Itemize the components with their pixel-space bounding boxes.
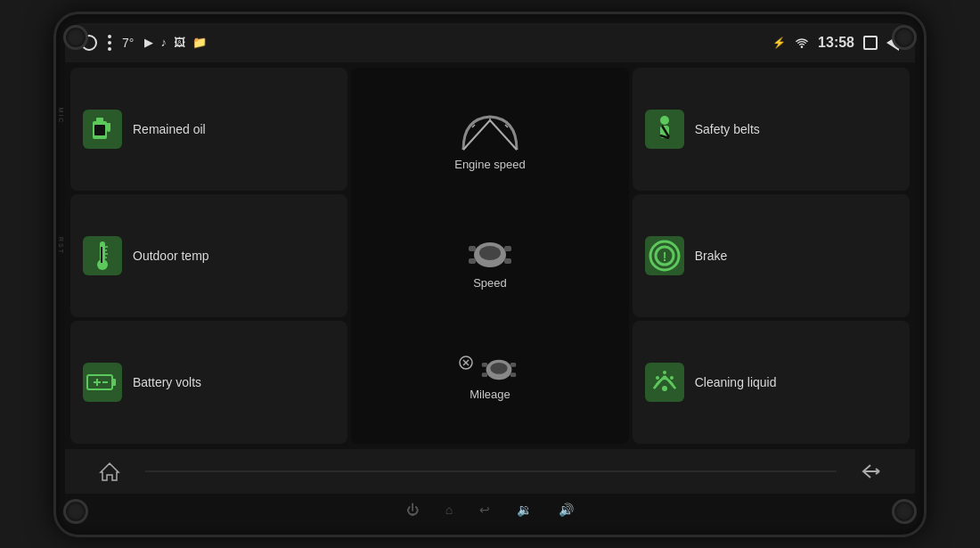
svg-rect-15 [469, 246, 476, 251]
speed-label: Speed [473, 276, 507, 290]
fuel-icon [90, 114, 115, 144]
tile-cleaning-liquid[interactable]: Cleaning liquid [633, 321, 910, 444]
tile-label-cleaning-liquid: Cleaning liquid [695, 375, 777, 389]
side-label-mic: MIC [58, 108, 64, 128]
tile-icon-remained-oil [83, 110, 122, 149]
washer-icon [649, 369, 681, 396]
brake-icon: ! [649, 240, 681, 272]
photo-icon: 🖼 [174, 36, 185, 49]
svg-line-6 [463, 120, 490, 150]
svg-point-23 [490, 363, 507, 374]
youtube-icon: ▶ [144, 36, 153, 49]
back-arrow-icon [862, 463, 881, 479]
side-label-rst: RST [58, 237, 64, 258]
tile-safety-belts[interactable]: Safety belts [633, 68, 910, 191]
svg-point-14 [479, 246, 501, 260]
tile-brake[interactable]: ! Brake [633, 194, 910, 317]
mount-hole-br [892, 499, 917, 524]
center-panel: Engine speed Speed [351, 68, 628, 444]
home-button[interactable] [92, 454, 127, 488]
svg-point-5 [107, 128, 110, 132]
mileage-section[interactable]: Mileage [459, 356, 521, 401]
svg-rect-34 [101, 247, 102, 263]
svg-rect-18 [504, 258, 511, 264]
mileage-warning-icon [459, 356, 473, 370]
tile-label-remained-oil: Remained oil [133, 122, 206, 136]
dots-icon [108, 35, 111, 51]
bottom-nav-bar [65, 449, 915, 494]
tile-icon-cleaning-liquid [645, 363, 684, 402]
status-bar-right: ⚡ 13:58 [772, 35, 899, 51]
home-icon [99, 462, 120, 481]
svg-point-51 [670, 376, 674, 380]
battery-icon [86, 372, 118, 393]
bottom-system-bar: ⏻ ⌂ ↩ 🔉 🔊 [65, 494, 915, 526]
temperature-display: 7° [122, 36, 134, 50]
svg-point-28 [660, 116, 669, 125]
screen: 7° ▶ ♪ 🖼 📁 ⚡ 13:58 [65, 23, 915, 526]
svg-rect-27 [510, 373, 516, 378]
tile-label-outdoor-temp: Outdoor temp [133, 249, 209, 263]
tile-battery-volts[interactable]: Battery volts [70, 321, 347, 444]
svg-marker-53 [101, 463, 118, 480]
mount-hole-tl [63, 25, 88, 50]
svg-line-11 [505, 125, 508, 127]
mileage-label: Mileage [470, 388, 510, 401]
bluetooth-icon: ⚡ [772, 37, 786, 49]
svg-point-52 [662, 386, 667, 391]
svg-rect-25 [510, 363, 516, 367]
tile-label-safety-belts: Safety belts [695, 122, 760, 136]
status-media-icons: ▶ ♪ 🖼 📁 [144, 36, 207, 49]
tile-icon-outdoor-temp [83, 236, 122, 275]
tile-label-brake: Brake [695, 249, 728, 263]
svg-rect-26 [482, 373, 487, 378]
svg-rect-2 [94, 125, 105, 135]
mileage-car-icon [477, 356, 521, 384]
svg-point-49 [656, 376, 659, 380]
folder-icon: 📁 [192, 36, 207, 49]
nav-divider [145, 470, 837, 472]
svg-rect-43 [112, 379, 116, 386]
svg-point-50 [663, 371, 666, 374]
wifi-icon [795, 37, 809, 48]
device-body: RST MIC 7° ▶ ♪ 🖼 📁 ⚡ [53, 12, 927, 537]
speed-car-icon [463, 237, 517, 273]
time-display: 13:58 [818, 35, 854, 51]
svg-line-7 [490, 120, 517, 150]
svg-rect-24 [482, 363, 487, 367]
svg-rect-16 [504, 246, 511, 251]
engine-speed-section[interactable]: Engine speed [454, 110, 526, 171]
volume-up-button[interactable]: 🔊 [559, 503, 574, 517]
svg-text:!: ! [662, 249, 666, 264]
mount-hole-tr [892, 25, 917, 50]
tile-outdoor-temp[interactable]: Outdoor temp [70, 194, 347, 317]
mount-hole-bl [63, 499, 88, 524]
svg-rect-1 [96, 118, 103, 123]
thermometer-icon [92, 240, 113, 272]
back-button[interactable] [854, 456, 888, 487]
status-bar-left: 7° ▶ ♪ 🖼 📁 [81, 35, 207, 51]
recent-apps-icon[interactable] [863, 36, 878, 50]
tile-label-battery-volts: Battery volts [133, 375, 201, 389]
tile-icon-battery-volts [83, 363, 122, 402]
volume-down-button[interactable]: 🔉 [517, 503, 532, 517]
power-button[interactable]: ⏻ [406, 503, 419, 517]
svg-rect-17 [469, 258, 476, 264]
tile-icon-brake: ! [645, 236, 684, 275]
seatbelt-icon [651, 114, 678, 144]
tile-icon-safety-belts [645, 110, 684, 149]
main-grid: Remained oil [65, 62, 915, 449]
music-icon: ♪ [160, 36, 167, 49]
status-bar: 7° ▶ ♪ 🖼 📁 ⚡ 13:58 [65, 23, 915, 62]
android-home-button[interactable]: ⌂ [445, 503, 453, 517]
engine-speed-label: Engine speed [454, 158, 526, 171]
svg-line-9 [472, 125, 475, 127]
tile-remained-oil[interactable]: Remained oil [70, 68, 347, 191]
svg-rect-4 [107, 123, 110, 126]
android-back-button[interactable]: ↩ [479, 503, 490, 517]
engine-speed-icon [454, 110, 526, 154]
speed-section[interactable]: Speed [463, 237, 517, 290]
